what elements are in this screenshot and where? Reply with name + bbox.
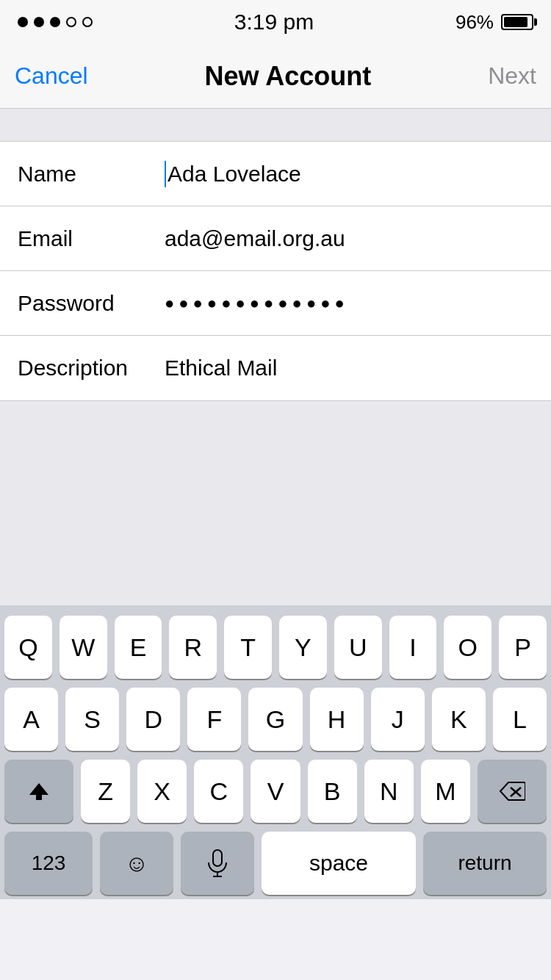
- key-o[interactable]: O: [444, 616, 491, 679]
- key-c[interactable]: C: [194, 760, 243, 823]
- top-spacer: [0, 109, 551, 141]
- cancel-button[interactable]: Cancel: [15, 55, 88, 97]
- key-k[interactable]: K: [432, 688, 486, 751]
- key-n[interactable]: N: [364, 760, 414, 823]
- key-y[interactable]: Y: [279, 616, 327, 679]
- numbers-key[interactable]: 123: [4, 832, 93, 895]
- email-input-wrapper[interactable]: ada@email.org.au: [165, 226, 533, 251]
- dot-3: [50, 17, 60, 27]
- status-right: 96%: [455, 11, 533, 34]
- shift-key[interactable]: [4, 760, 73, 823]
- description-input-wrapper[interactable]: Ethical Mail: [165, 356, 533, 381]
- email-value: ada@email.org.au: [165, 226, 345, 251]
- status-time: 3:19 pm: [234, 10, 314, 35]
- emoji-key[interactable]: ☺: [100, 832, 173, 895]
- battery-percentage: 96%: [455, 11, 494, 34]
- keyboard-row-1: Q W E R T Y U I O P: [4, 616, 547, 679]
- key-w[interactable]: W: [60, 616, 107, 679]
- key-p[interactable]: P: [499, 616, 547, 679]
- description-field-row[interactable]: Description Ethical Mail: [0, 336, 551, 400]
- battery-icon: [501, 14, 533, 30]
- key-a[interactable]: A: [4, 688, 58, 751]
- password-value: ●●●●●●●●●●●●●: [165, 294, 349, 313]
- keyboard-bottom-row: 123 ☺ space return: [4, 832, 547, 895]
- key-r[interactable]: R: [169, 616, 217, 679]
- dot-5: [82, 17, 93, 27]
- key-t[interactable]: T: [224, 616, 272, 679]
- name-value: Ada Lovelace: [168, 162, 301, 187]
- return-key[interactable]: return: [423, 832, 547, 895]
- signal-dots: [18, 17, 93, 27]
- email-field-row[interactable]: Email ada@email.org.au: [0, 206, 551, 271]
- key-b[interactable]: B: [308, 760, 357, 823]
- keyboard-row-2: A S D F G H J K L: [4, 688, 547, 751]
- key-j[interactable]: J: [371, 688, 425, 751]
- key-l[interactable]: L: [493, 688, 547, 751]
- description-value: Ethical Mail: [165, 356, 277, 381]
- svg-rect-2: [213, 850, 222, 866]
- microphone-key[interactable]: [181, 832, 254, 895]
- key-h[interactable]: H: [310, 688, 364, 751]
- keyboard-row-3: Z X C V B N M: [4, 760, 547, 823]
- keyboard: Q W E R T Y U I O P A S D F G H J K L Z …: [0, 605, 551, 899]
- name-field-row[interactable]: Name Ada Lovelace: [0, 142, 551, 206]
- key-i[interactable]: I: [389, 616, 437, 679]
- key-s[interactable]: S: [65, 688, 119, 751]
- dot-4: [66, 17, 76, 27]
- dot-1: [18, 17, 28, 27]
- password-field-row[interactable]: Password ●●●●●●●●●●●●●: [0, 271, 551, 336]
- status-bar: 3:19 pm 96%: [0, 0, 551, 44]
- delete-key[interactable]: [478, 760, 547, 823]
- key-x[interactable]: X: [137, 760, 187, 823]
- key-u[interactable]: U: [334, 616, 382, 679]
- space-key[interactable]: space: [262, 832, 416, 895]
- battery-fill: [504, 17, 527, 27]
- dot-2: [34, 17, 44, 27]
- next-button[interactable]: Next: [488, 55, 536, 97]
- text-cursor: [165, 161, 166, 187]
- key-q[interactable]: Q: [4, 616, 52, 679]
- password-input-wrapper[interactable]: ●●●●●●●●●●●●●: [165, 294, 533, 313]
- account-form: Name Ada Lovelace Email ada@email.org.au…: [0, 141, 551, 401]
- empty-area: [0, 401, 551, 605]
- navigation-bar: Cancel New Account Next: [0, 44, 551, 109]
- name-label: Name: [18, 162, 165, 187]
- key-v[interactable]: V: [251, 760, 300, 823]
- description-label: Description: [18, 356, 165, 381]
- password-label: Password: [18, 291, 165, 316]
- email-label: Email: [18, 226, 165, 251]
- key-m[interactable]: M: [421, 760, 470, 823]
- key-z[interactable]: Z: [81, 760, 130, 823]
- page-title: New Account: [205, 61, 372, 92]
- key-g[interactable]: G: [248, 688, 302, 751]
- key-e[interactable]: E: [115, 616, 162, 679]
- key-f[interactable]: F: [187, 688, 241, 751]
- name-input-wrapper[interactable]: Ada Lovelace: [165, 161, 533, 187]
- key-d[interactable]: D: [126, 688, 180, 751]
